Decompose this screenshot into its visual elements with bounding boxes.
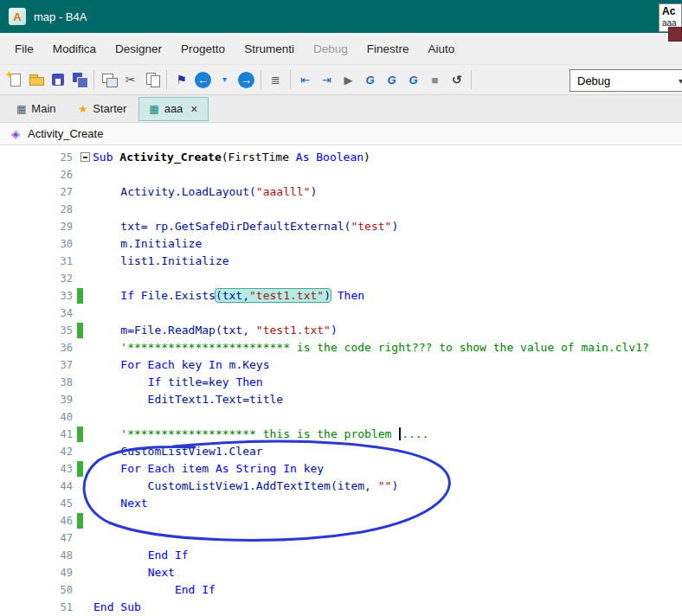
line-number[interactable]: 40	[0, 408, 73, 426]
gutter-margin[interactable]	[73, 270, 93, 287]
code-line[interactable]: 37 For Each key In m.Keys	[0, 356, 682, 374]
tab-main[interactable]: ▦Main	[7, 98, 66, 120]
gutter-margin[interactable]	[73, 339, 93, 356]
save-all-icon[interactable]	[68, 68, 90, 92]
menu-designer[interactable]: Designer	[106, 37, 171, 61]
gutter-margin[interactable]	[73, 529, 93, 547]
code-line[interactable]: 42 CustomListView1.Clear	[0, 443, 682, 460]
code-line[interactable]: 27 Activity.LoadLayout("aaalll")	[0, 183, 682, 201]
code-line[interactable]: 41 '******************* this is the prob…	[0, 426, 682, 443]
menu-modifica[interactable]: Modifica	[43, 37, 106, 61]
menu-debug[interactable]: Debug	[304, 37, 357, 61]
gutter-margin[interactable]	[73, 564, 93, 581]
line-number[interactable]: 31	[0, 253, 73, 270]
code-line[interactable]: 29 txt= rp.GetSafeDirDefaultExternal("te…	[0, 218, 682, 235]
restart-icon[interactable]: ↺	[446, 68, 467, 92]
run-icon[interactable]: ▶	[338, 68, 359, 92]
code-line[interactable]: 48 End If	[0, 547, 682, 564]
line-number[interactable]: 27	[0, 183, 73, 201]
code-line[interactable]: 40	[0, 408, 682, 426]
menu-strumenti[interactable]: Strumenti	[235, 37, 304, 61]
gutter-margin[interactable]	[73, 581, 93, 599]
step-out-icon[interactable]: G	[402, 68, 424, 92]
close-icon[interactable]: ×	[190, 102, 197, 116]
outdent-icon[interactable]: ⇤	[294, 68, 316, 92]
gutter-margin[interactable]	[73, 599, 93, 616]
step-over-icon[interactable]: G	[381, 68, 402, 92]
line-number[interactable]: 45	[0, 495, 73, 512]
gutter-margin[interactable]	[73, 443, 93, 460]
code-line[interactable]: 47	[0, 529, 682, 547]
code-line[interactable]: 43 For Each item As String In key	[0, 460, 682, 478]
menu-finestre[interactable]: Finestre	[357, 37, 419, 61]
gutter-margin[interactable]	[73, 253, 93, 270]
line-number[interactable]: 43	[0, 460, 73, 478]
code-line[interactable]: 44 CustomListView1.AddTextItem(item, "")	[0, 478, 682, 495]
line-number[interactable]: 42	[0, 443, 73, 460]
line-number[interactable]: 37	[0, 356, 73, 374]
code-line[interactable]: 36 '************************ is the code…	[0, 339, 682, 356]
gutter-margin[interactable]	[73, 374, 93, 391]
gutter-margin[interactable]	[73, 426, 93, 443]
code-line[interactable]: 35 m=File.ReadMap(txt, "test1.txt")	[0, 322, 682, 339]
stop-icon[interactable]: ■	[424, 68, 446, 92]
code-line[interactable]: 32	[0, 270, 682, 287]
code-line[interactable]: 51End Sub	[0, 599, 682, 616]
indent-icon[interactable]: ⇥	[316, 68, 338, 92]
line-number[interactable]: 26	[0, 166, 73, 183]
float-window-icon[interactable]	[98, 68, 119, 92]
code-line[interactable]: 31 list1.Initialize	[0, 253, 682, 270]
code-line[interactable]: 49 Next	[0, 564, 682, 581]
gutter-margin[interactable]	[73, 478, 93, 495]
code-line[interactable]: 45 Next	[0, 495, 682, 512]
menu-progetto[interactable]: Progetto	[171, 37, 235, 61]
line-number[interactable]: 39	[0, 391, 73, 408]
code-line[interactable]: 38 If title=key Then	[0, 374, 682, 391]
line-number[interactable]: 34	[0, 305, 73, 322]
fold-collapse-icon[interactable]	[80, 152, 90, 162]
code-line[interactable]: 25Sub Activity_Create(FirstTime As Boole…	[0, 149, 682, 166]
gutter-margin[interactable]	[73, 495, 93, 512]
menu-file[interactable]: File	[5, 37, 43, 61]
gutter-margin[interactable]	[73, 391, 93, 408]
back-history-icon[interactable]: ▾	[214, 68, 235, 92]
gutter-margin[interactable]	[73, 218, 93, 235]
code-line[interactable]: 26	[0, 166, 682, 183]
line-number[interactable]: 49	[0, 564, 73, 581]
line-number[interactable]: 48	[0, 547, 73, 564]
navigate-forward-icon[interactable]: →	[235, 68, 257, 92]
title-bar[interactable]: A map - B4A	[0, 0, 682, 33]
gutter-margin[interactable]	[73, 356, 93, 374]
line-number[interactable]: 41	[0, 426, 73, 443]
gutter-margin[interactable]	[73, 287, 93, 305]
gutter-margin[interactable]	[73, 166, 93, 183]
code-line[interactable]: 30 m.Initialize	[0, 235, 682, 253]
line-number[interactable]: 35	[0, 322, 73, 339]
line-number[interactable]: 29	[0, 218, 73, 235]
navigate-back-icon[interactable]: ←	[192, 68, 214, 92]
menu-aiuto[interactable]: Aiuto	[418, 37, 464, 61]
code-editor[interactable]: 25Sub Activity_Create(FirstTime As Boole…	[0, 145, 682, 616]
line-number[interactable]: 28	[0, 201, 73, 218]
line-number[interactable]: 30	[0, 235, 73, 253]
code-line[interactable]: 28	[0, 201, 682, 218]
cut-icon[interactable]: ✂	[119, 68, 141, 92]
copy-icon[interactable]	[141, 68, 163, 92]
line-number[interactable]: 25	[0, 149, 73, 166]
line-number[interactable]: 33	[0, 287, 73, 305]
tab-aaa[interactable]: ▦aaa×	[139, 98, 207, 120]
gutter-margin[interactable]	[73, 322, 93, 339]
line-number[interactable]: 38	[0, 374, 73, 391]
step-into-icon[interactable]: G	[359, 68, 381, 92]
line-number[interactable]: 36	[0, 339, 73, 356]
code-line[interactable]: 34	[0, 305, 682, 322]
line-number[interactable]: 47	[0, 529, 73, 547]
gutter-margin[interactable]	[73, 408, 93, 426]
breadcrumb[interactable]: ◈ Activity_Create	[0, 123, 682, 145]
gutter-margin[interactable]	[73, 235, 93, 253]
line-number[interactable]: 50	[0, 581, 73, 599]
gutter-margin[interactable]	[73, 201, 93, 218]
code-line[interactable]: 50 End If	[0, 581, 682, 599]
tab-starter[interactable]: ★Starter	[69, 98, 137, 120]
build-config-dropdown[interactable]: Debug ▾	[569, 69, 682, 92]
